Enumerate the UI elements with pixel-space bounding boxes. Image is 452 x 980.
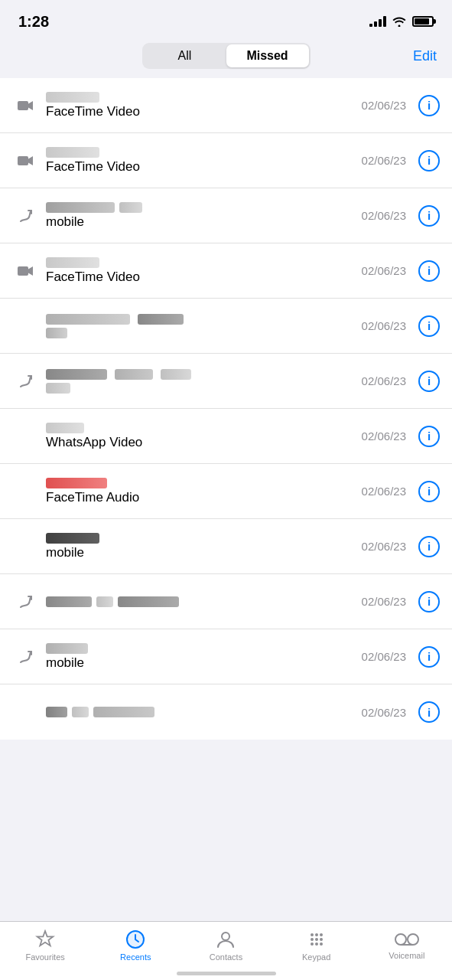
nav-contacts[interactable]: Contacts (195, 929, 256, 962)
call-info: FaceTime Video (40, 92, 362, 119)
call-info: mobile (40, 202, 362, 230)
call-label: FaceTime Video (46, 270, 362, 285)
svg-point-6 (315, 933, 318, 936)
call-info (40, 314, 362, 338)
call-date: 02/06/23 (362, 154, 406, 167)
facetime-icon (18, 100, 34, 112)
call-date: 02/06/23 (362, 319, 406, 332)
svg-rect-0 (18, 101, 28, 110)
call-item[interactable]: FaceTime Video 02/06/23 i (0, 243, 452, 299)
call-info: WhatsApp Video (40, 423, 362, 450)
call-date: 02/06/23 (362, 485, 406, 498)
call-meta: 02/06/23 i (362, 426, 440, 447)
svg-point-9 (315, 938, 318, 941)
nav-favourites[interactable]: Favourites (15, 929, 76, 962)
info-button[interactable]: i (418, 646, 440, 668)
nav-voicemail[interactable]: Voicemail (376, 931, 437, 960)
facetime-icon (18, 265, 34, 277)
status-bar: 1:28 (0, 0, 452, 38)
call-info (40, 369, 362, 394)
call-item[interactable]: 02/06/23 i (0, 684, 452, 740)
status-time: 1:28 (18, 13, 49, 31)
call-meta: 02/06/23 i (362, 536, 440, 557)
call-item[interactable]: 02/06/23 i (0, 299, 452, 354)
segment-control[interactable]: All Missed (142, 43, 311, 69)
outgoing-call-icon (18, 374, 34, 389)
call-item[interactable]: mobile 02/06/23 i (0, 629, 452, 684)
wifi-icon (392, 16, 406, 27)
nav-keypad-label: Keypad (302, 952, 330, 962)
call-icon-area (12, 208, 40, 224)
call-meta: 02/06/23 i (362, 481, 440, 502)
svg-point-4 (222, 933, 229, 940)
info-button[interactable]: i (418, 536, 440, 557)
svg-rect-1 (18, 156, 28, 165)
call-icon-area (12, 265, 40, 277)
info-button[interactable]: i (418, 315, 440, 337)
call-list: FaceTime Video 02/06/23 i FaceTime Video (0, 78, 452, 740)
call-item[interactable]: 02/06/23 i (0, 354, 452, 409)
outgoing-call-icon (18, 208, 34, 224)
segment-all[interactable]: All (144, 44, 226, 67)
call-date: 02/06/23 (362, 650, 406, 663)
call-date: 02/06/23 (362, 374, 406, 387)
nav-recents[interactable]: Recents (105, 929, 166, 962)
call-item[interactable]: 02/06/23 i (0, 574, 452, 629)
svg-rect-2 (18, 266, 28, 276)
call-item[interactable]: FaceTime Video 02/06/23 i (0, 78, 452, 133)
call-item[interactable]: WhatsApp Video 02/06/23 i (0, 409, 452, 464)
call-label: WhatsApp Video (46, 435, 362, 450)
header: All Missed Edit (0, 38, 452, 78)
info-button[interactable]: i (418, 260, 440, 282)
call-info (40, 707, 362, 717)
call-meta: 02/06/23 i (362, 371, 440, 392)
call-label: FaceTime Audio (46, 490, 362, 505)
call-label: mobile (46, 214, 362, 230)
call-date: 02/06/23 (362, 595, 406, 608)
call-list-container: FaceTime Video 02/06/23 i FaceTime Video (0, 78, 452, 816)
call-info (40, 596, 362, 607)
call-label: FaceTime Video (46, 104, 362, 119)
segment-missed[interactable]: Missed (226, 44, 309, 67)
svg-point-14 (395, 934, 406, 945)
call-meta: 02/06/23 i (362, 315, 440, 337)
info-button[interactable]: i (418, 205, 440, 227)
call-meta: 02/06/23 i (362, 260, 440, 282)
clock-icon (125, 929, 145, 949)
info-button[interactable]: i (418, 95, 440, 116)
info-button[interactable]: i (418, 426, 440, 447)
facetime-icon (18, 155, 34, 167)
call-meta: 02/06/23 i (362, 150, 440, 172)
call-item[interactable]: FaceTime Audio 02/06/23 i (0, 464, 452, 519)
svg-point-5 (311, 933, 314, 936)
call-meta: 02/06/23 i (362, 701, 440, 723)
svg-point-7 (320, 933, 323, 936)
call-date: 02/06/23 (362, 706, 406, 719)
info-button[interactable]: i (418, 701, 440, 723)
svg-point-12 (315, 942, 318, 946)
call-item[interactable]: mobile 02/06/23 i (0, 519, 452, 574)
status-icons (369, 16, 434, 27)
call-info: mobile (40, 643, 362, 671)
edit-button[interactable]: Edit (413, 48, 437, 64)
battery-icon (412, 16, 434, 27)
call-item[interactable]: mobile 02/06/23 i (0, 188, 452, 243)
call-date: 02/06/23 (362, 430, 406, 443)
call-label: mobile (46, 655, 362, 671)
call-info: FaceTime Audio (40, 478, 362, 505)
call-icon-area (12, 374, 40, 389)
voicemail-icon (395, 931, 419, 948)
call-icon-area (12, 100, 40, 112)
nav-keypad[interactable]: Keypad (286, 929, 347, 962)
call-item[interactable]: FaceTime Video 02/06/23 i (0, 133, 452, 188)
info-button[interactable]: i (418, 481, 440, 502)
call-label: FaceTime Video (46, 159, 362, 175)
info-button[interactable]: i (418, 371, 440, 392)
home-indicator (177, 972, 276, 975)
call-label: mobile (46, 545, 362, 560)
call-date: 02/06/23 (362, 99, 406, 112)
info-button[interactable]: i (418, 591, 440, 612)
info-button[interactable]: i (418, 150, 440, 172)
call-meta: 02/06/23 i (362, 591, 440, 612)
call-meta: 02/06/23 i (362, 646, 440, 668)
